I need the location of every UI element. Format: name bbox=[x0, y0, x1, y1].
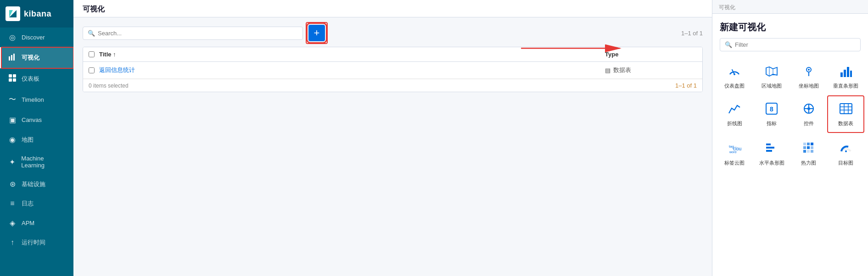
svg-rect-8 bbox=[13, 78, 16, 82]
sidebar-label-maps: 地图 bbox=[22, 136, 34, 144]
horiz-bar-icon bbox=[765, 141, 778, 158]
viz-item-horiz-bar[interactable]: 水平条形图 bbox=[753, 135, 790, 172]
line-icon bbox=[728, 102, 741, 119]
col-type-header: Type bbox=[605, 51, 697, 58]
sidebar-item-discover[interactable]: ◎ Discover bbox=[0, 28, 73, 47]
viz-item-heat[interactable]: 热力图 bbox=[790, 135, 828, 172]
logs-icon: ≡ bbox=[8, 199, 17, 208]
viz-label-line: 折线图 bbox=[727, 121, 742, 127]
viz-grid-row2: 折线图 8 指标 控件 bbox=[712, 95, 868, 133]
right-panel: 可视化 新建可视化 🔍 仪表盘图 区 bbox=[712, 0, 868, 276]
svg-rect-7 bbox=[9, 78, 12, 82]
viz-label-region-map: 区域地图 bbox=[762, 83, 782, 89]
viz-label-coord-map: 坐标地图 bbox=[799, 83, 819, 89]
sidebar-item-timelion[interactable]: 〜 Timelion bbox=[0, 89, 73, 110]
select-all-checkbox[interactable] bbox=[89, 51, 95, 57]
row-type-label: 数据表 bbox=[613, 66, 631, 74]
add-visualization-button[interactable]: + bbox=[308, 25, 325, 41]
search-bar[interactable]: 🔍 bbox=[83, 27, 303, 40]
svg-rect-3 bbox=[11, 55, 12, 61]
control-icon bbox=[802, 102, 816, 119]
bar-icon bbox=[839, 64, 853, 81]
row-checkbox[interactable] bbox=[89, 67, 95, 73]
add-button-wrapper: + bbox=[308, 25, 325, 41]
viz-label-goal: 目标图 bbox=[838, 160, 853, 166]
filter-icon: 🔍 bbox=[725, 41, 732, 48]
row-type-icon: ▤ bbox=[605, 67, 610, 74]
svg-rect-15 bbox=[844, 70, 846, 77]
goal-icon bbox=[839, 141, 853, 158]
sidebar-label-infra: 基础设施 bbox=[22, 180, 45, 188]
sidebar-nav: ◎ Discover 可视化 bbox=[0, 28, 73, 276]
right-panel-title: 新建可视化 bbox=[712, 14, 868, 38]
status-bar: 0 items selected 1–1 of 1 bbox=[83, 79, 702, 92]
sidebar-item-visualize[interactable]: 可视化 bbox=[0, 47, 73, 68]
items-selected-label: 0 items selected bbox=[89, 83, 129, 89]
svg-rect-4 bbox=[13, 54, 15, 61]
table-container: Title ↑ Type 返回信息统计 ▤ 数据表 0 items select… bbox=[83, 47, 703, 92]
svg-rect-43 bbox=[803, 150, 806, 153]
svg-rect-26 bbox=[840, 104, 852, 114]
viz-item-coord-map[interactable]: 坐标地图 bbox=[790, 58, 828, 95]
svg-point-46 bbox=[845, 150, 847, 152]
discover-icon: ◎ bbox=[8, 33, 17, 42]
viz-label-datatable: 数据表 bbox=[838, 121, 853, 127]
viz-item-control[interactable]: 控件 bbox=[790, 95, 828, 133]
logo-area[interactable]: kibana bbox=[0, 0, 73, 28]
sidebar-item-apm[interactable]: ◈ APM bbox=[0, 213, 73, 233]
svg-rect-38 bbox=[807, 143, 810, 145]
heat-icon bbox=[802, 141, 816, 158]
viz-label-tag-cloud: 标签云图 bbox=[724, 160, 745, 166]
pagination-bottom: 1–1 of 1 bbox=[675, 82, 697, 89]
svg-rect-40 bbox=[803, 146, 806, 149]
sidebar-label-ml: Machine Learning bbox=[21, 155, 67, 169]
sidebar-item-dashboard[interactable]: 仪表板 bbox=[0, 68, 73, 89]
sidebar-label-discover: Discover bbox=[22, 34, 45, 41]
sidebar-item-ml[interactable]: ✦ Machine Learning bbox=[0, 149, 73, 174]
sidebar-label-logs: 日志 bbox=[22, 199, 34, 208]
viz-item-tag-cloud[interactable]: tag cloud word 标签云图 bbox=[716, 135, 753, 172]
ml-icon: ✦ bbox=[8, 158, 17, 166]
right-panel-breadcrumb: 可视化 bbox=[712, 0, 868, 14]
svg-rect-16 bbox=[847, 67, 849, 77]
viz-item-gauge[interactable]: 仪表盘图 bbox=[716, 58, 753, 95]
viz-label-gauge: 仪表盘图 bbox=[724, 83, 745, 89]
col-title-header: Title ↑ bbox=[99, 51, 605, 58]
region-map-icon bbox=[765, 64, 778, 81]
svg-rect-42 bbox=[811, 146, 813, 149]
main-content: 可视化 🔍 + 1–1 of 1 Title ↑ Type 返回信息统计 bbox=[73, 0, 712, 276]
search-icon: 🔍 bbox=[88, 30, 95, 37]
svg-rect-37 bbox=[803, 143, 806, 145]
row-title-link[interactable]: 返回信息统计 bbox=[99, 66, 605, 74]
sidebar: kibana ◎ Discover 可视化 bbox=[0, 0, 73, 276]
viz-label-metric: 指标 bbox=[767, 121, 777, 127]
metric-icon: 8 bbox=[765, 102, 778, 119]
sidebar-item-logs[interactable]: ≡ 日志 bbox=[0, 194, 73, 213]
svg-rect-39 bbox=[811, 143, 813, 145]
viz-item-region-map[interactable]: 区域地图 bbox=[753, 58, 790, 95]
viz-item-datatable[interactable]: 数据表 bbox=[827, 95, 864, 133]
timelion-icon: 〜 bbox=[8, 95, 17, 105]
svg-rect-34 bbox=[766, 144, 771, 145]
filter-bar[interactable]: 🔍 bbox=[720, 38, 861, 51]
kibana-logo-icon bbox=[6, 6, 20, 21]
coord-map-icon bbox=[802, 64, 816, 81]
sidebar-item-uptime[interactable]: ↑ 运行时间 bbox=[0, 233, 73, 252]
viz-item-bar[interactable]: 垂直条形图 bbox=[827, 58, 864, 95]
viz-item-metric[interactable]: 8 指标 bbox=[753, 95, 790, 133]
viz-item-goal[interactable]: 目标图 bbox=[827, 135, 864, 172]
filter-input[interactable] bbox=[735, 41, 856, 48]
svg-rect-17 bbox=[850, 71, 852, 77]
search-input[interactable] bbox=[98, 30, 298, 37]
svg-rect-41 bbox=[807, 146, 810, 149]
viz-item-line[interactable]: 折线图 bbox=[716, 95, 753, 133]
sidebar-label-visualize: 可视化 bbox=[22, 54, 39, 62]
svg-point-13 bbox=[808, 69, 810, 71]
sidebar-item-maps[interactable]: ◉ 地图 bbox=[0, 130, 73, 149]
gauge-icon bbox=[728, 64, 741, 81]
sidebar-label-uptime: 运行时间 bbox=[22, 238, 45, 247]
page-title: 可视化 bbox=[83, 5, 105, 13]
tag-cloud-icon: tag cloud word bbox=[728, 141, 741, 158]
sidebar-item-infra[interactable]: ⊛ 基础设施 bbox=[0, 174, 73, 194]
sidebar-item-canvas[interactable]: ▣ Canvas bbox=[0, 110, 73, 130]
